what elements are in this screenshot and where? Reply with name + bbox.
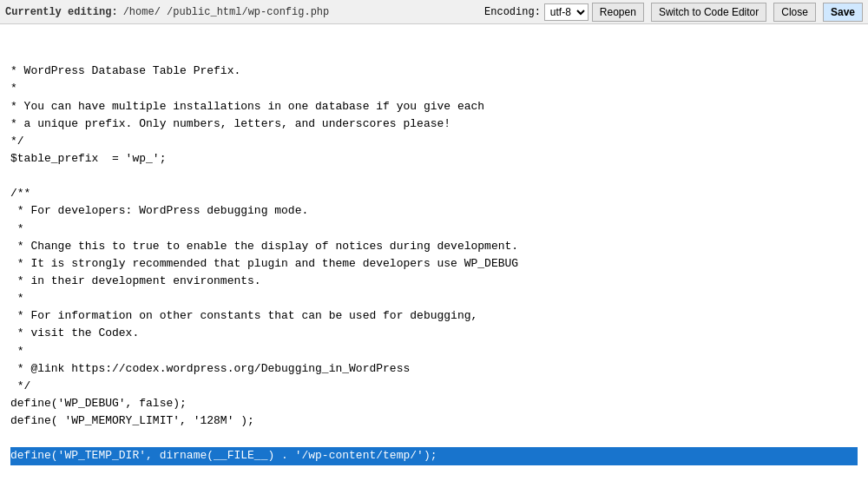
code-content[interactable]: * WordPress Database Table Prefix.** You… xyxy=(0,24,868,481)
encoding-section: Encoding: utf-8 Reopen xyxy=(484,3,644,22)
top-bar: Currently editing: /home/ /public_html/w… xyxy=(0,0,868,24)
top-bar-left: Currently editing: /home/ /public_html/w… xyxy=(5,6,477,18)
code-line xyxy=(10,430,858,447)
save-button[interactable]: Save xyxy=(823,3,863,22)
file-path: /home/ /public_html/wp-config.php xyxy=(123,6,330,18)
code-line: define( 'WP_MEMORY_LIMIT', '128M' ); xyxy=(10,412,858,430)
code-line: */ xyxy=(10,133,858,150)
code-line: * It is strongly recommended that plugin… xyxy=(10,255,858,273)
code-line: * For information on other constants tha… xyxy=(10,307,858,325)
code-line: define('WP_TEMP_DIR', dirname(__FILE__) … xyxy=(10,447,858,465)
code-line: * in their development environments. xyxy=(10,273,858,290)
code-line: * Change this to true to enable the disp… xyxy=(10,238,858,255)
code-line: * xyxy=(10,290,858,307)
code-line: * WordPress Database Table Prefix. xyxy=(10,63,858,80)
code-line: * For developers: WordPress debugging mo… xyxy=(10,202,858,220)
reopen-button[interactable]: Reopen xyxy=(592,3,644,22)
code-line: * xyxy=(10,221,858,238)
editing-label: Currently editing: xyxy=(5,6,118,18)
switch-to-code-editor-button[interactable]: Switch to Code Editor xyxy=(651,3,766,22)
close-button[interactable]: Close xyxy=(773,3,816,22)
code-line: /** xyxy=(10,185,858,202)
code-line: * xyxy=(10,343,858,360)
code-line: * visit the Codex. xyxy=(10,325,858,342)
code-area: * WordPress Database Table Prefix.** You… xyxy=(0,24,868,481)
code-line: * @link https://codex.wordpress.org/Debu… xyxy=(10,360,858,378)
code-line: */ xyxy=(10,378,858,395)
code-line: define('WP_DEBUG', false); xyxy=(10,395,858,412)
code-line: $table_prefix = 'wp_'; xyxy=(10,150,858,168)
code-line xyxy=(10,168,858,185)
code-line: * xyxy=(10,80,858,97)
encoding-select[interactable]: utf-8 xyxy=(544,3,589,21)
code-line: * You can have multiple installations in… xyxy=(10,98,858,115)
code-line xyxy=(10,465,858,481)
encoding-label: Encoding: xyxy=(484,6,541,18)
code-line: * a unique prefix. Only numbers, letters… xyxy=(10,115,858,133)
